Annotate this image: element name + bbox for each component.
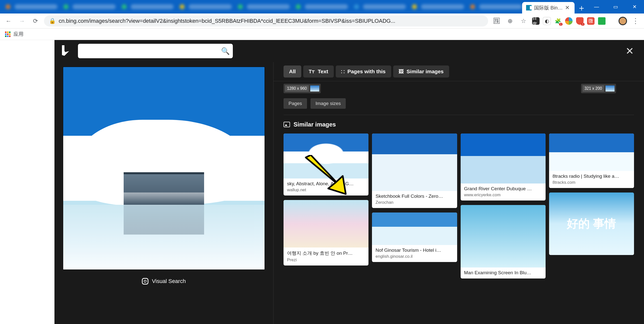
image-size-thumb	[606, 86, 614, 92]
extension-weibo-icon[interactable]: 微	[587, 17, 594, 25]
result-source: wallup.net	[287, 187, 365, 192]
pill-image-sizes[interactable]: Image sizes	[310, 98, 346, 109]
nav-forward-button[interactable]: →	[17, 16, 27, 26]
result-card[interactable]: 8tracks radio | Studying like a… 8tracks…	[549, 134, 634, 188]
apps-grid-icon[interactable]	[5, 32, 10, 37]
bing-search-box[interactable]: 🔍	[78, 44, 233, 58]
image-size-thumb	[310, 86, 319, 92]
active-tab[interactable]: 国际版 Bin… ✕	[522, 2, 574, 14]
result-source: 8tracks.com	[552, 180, 630, 185]
translate-icon[interactable]: 🈯︎	[492, 16, 502, 26]
background-tabs-blurred	[2, 0, 522, 14]
result-overlay-text: 好的 事情	[567, 216, 616, 231]
address-bar: ← → ⟳ 🔒 cn.bing.com/images/search?view=d…	[0, 14, 644, 29]
star-icon[interactable]: ☆	[518, 16, 528, 26]
filter-tab-all[interactable]: All	[284, 66, 301, 78]
image-size-label: 1280 x 960	[285, 85, 309, 92]
extension-5-icon[interactable]	[576, 17, 584, 25]
nav-back-button[interactable]: ←	[4, 16, 14, 26]
image-icon	[284, 122, 290, 127]
result-card[interactable]: Grand River Center Dubuque … www.ericyer…	[461, 134, 546, 200]
bing-header: 🔍 ✕	[54, 40, 644, 62]
result-thumb	[372, 212, 457, 245]
chrome-menu-button[interactable]: ⋮	[630, 16, 640, 26]
omnibox-right-icons: 🈯︎ ⊕ ☆ 百度 ◐ 🧩 微 ⋮	[492, 16, 640, 26]
result-thumb	[372, 134, 457, 191]
page-viewport: 🔍 ✕ Visual Search All	[0, 40, 644, 324]
result-thumb	[549, 134, 634, 171]
filter-tab-pages[interactable]: ⸬ Pages with this	[336, 66, 391, 78]
result-title: Man Examining Screen In Blu…	[464, 270, 542, 275]
similar-images-heading: Similar images	[274, 117, 644, 132]
result-source: english.ginosar.co.il	[376, 254, 454, 259]
filter-tab-label: All	[289, 69, 296, 75]
extension-baidu-icon[interactable]: 百度	[532, 17, 540, 25]
left-gutter	[0, 40, 54, 324]
result-card[interactable]: Nof Ginosar Tourism - Hotel i… english.g…	[372, 212, 457, 262]
main-image-column: Visual Search	[54, 62, 273, 324]
pages-icon: ⸬	[341, 69, 344, 75]
extension-7-icon[interactable]	[598, 17, 606, 25]
close-detail-button[interactable]: ✕	[626, 45, 634, 57]
extension-4-icon[interactable]	[565, 17, 572, 25]
bing-search-input[interactable]	[81, 48, 221, 54]
result-thumb	[284, 134, 368, 178]
similar-icon: 🖼	[399, 69, 404, 75]
text-icon: Tᴛ	[309, 69, 315, 75]
result-card[interactable]: Man Examining Screen In Blu…	[461, 205, 546, 278]
filter-tab-text[interactable]: Tᴛ Text	[303, 66, 334, 78]
pill-row: Pages Image sizes	[274, 97, 644, 115]
active-tab-title: 国际版 Bin…	[534, 5, 562, 11]
result-title: sky, Abstract, Alone, Anime G…	[287, 181, 365, 186]
address-text: cn.bing.com/images/search?view=detailV2&…	[59, 18, 395, 24]
bookmarks-bar: 应用	[0, 29, 644, 40]
extension-3-icon[interactable]: 🧩	[554, 17, 562, 25]
main-image[interactable]	[63, 67, 264, 269]
new-tab-button[interactable]: ＋	[576, 3, 587, 14]
result-source: Prezi	[287, 257, 365, 262]
result-card[interactable]: sky, Abstract, Alone, Anime G… wallup.ne…	[284, 134, 368, 195]
bing-favicon	[526, 5, 532, 11]
zoom-icon[interactable]: ⊕	[505, 16, 515, 26]
image-size-label: 321 x 200	[582, 85, 604, 92]
nav-reload-button[interactable]: ⟳	[30, 16, 40, 26]
extension-2-icon[interactable]: ◐	[543, 17, 550, 25]
filter-tab-label: Pages with this	[348, 69, 386, 75]
window-minimize-button[interactable]: —	[587, 0, 606, 14]
filter-tab-similar[interactable]: 🖼 Similar images	[393, 66, 449, 78]
window-close-button[interactable]: ✕	[625, 0, 644, 14]
result-title: Sketchbook Full Colors - Zero…	[376, 193, 454, 199]
visual-search-label: Visual Search	[152, 278, 186, 284]
result-thumb: 好的 事情	[549, 192, 634, 255]
visual-search-button[interactable]: Visual Search	[142, 278, 186, 284]
result-thumb	[461, 134, 546, 183]
result-thumb	[461, 205, 546, 267]
window-maximize-button[interactable]: ▭	[606, 0, 625, 14]
tab-close-icon[interactable]: ✕	[565, 5, 570, 11]
results-panel[interactable]: All Tᴛ Text ⸬ Pages with this 🖼 Similar …	[273, 62, 644, 324]
visual-search-icon	[142, 278, 148, 284]
filter-tab-label: Text	[318, 69, 328, 75]
result-title: 여행지 소개 by 효빈 안 on Pr…	[287, 250, 365, 256]
bing-image-detail: 🔍 ✕ Visual Search All	[54, 40, 644, 324]
image-size-row: 1280 x 960 321 x 200	[274, 81, 644, 97]
result-card[interactable]: 好的 事情	[549, 192, 634, 255]
profile-avatar[interactable]	[618, 17, 627, 25]
pill-pages[interactable]: Pages	[284, 98, 307, 109]
tab-strip: 国际版 Bin… ✕ ＋ — ▭ ✕	[0, 0, 644, 14]
result-thumb	[284, 200, 368, 247]
result-card[interactable]: Sketchbook Full Colors - Zero… Zerochan	[372, 134, 457, 208]
bookmarks-apps-label[interactable]: 应用	[14, 31, 24, 38]
result-source: Zerochan	[376, 200, 454, 205]
result-title: 8tracks radio | Studying like a…	[552, 173, 630, 179]
address-omnibox[interactable]: 🔒 cn.bing.com/images/search?view=detailV…	[44, 16, 488, 27]
result-source: www.ericyerke.com	[464, 192, 542, 197]
result-title: Grand River Center Dubuque …	[464, 186, 542, 191]
result-card[interactable]: 여행지 소개 by 효빈 안 on Pr… Prezi	[284, 200, 368, 265]
window-controls: — ▭ ✕	[587, 0, 644, 14]
image-size-chip[interactable]: 1280 x 960	[284, 84, 321, 93]
search-icon[interactable]: 🔍	[221, 47, 230, 55]
bing-logo-icon[interactable]	[62, 45, 72, 57]
filter-tab-label: Similar images	[407, 69, 444, 75]
image-size-chip[interactable]: 321 x 200	[581, 84, 616, 93]
